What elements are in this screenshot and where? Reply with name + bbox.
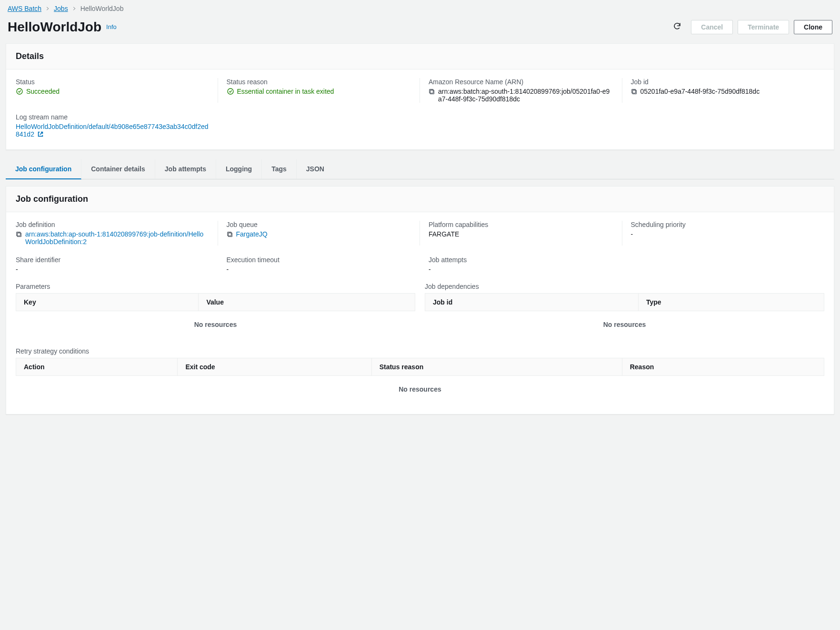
- logstream-label: Log stream name: [16, 113, 210, 121]
- jobid-label: Job id: [631, 78, 816, 86]
- info-link[interactable]: Info: [106, 23, 117, 30]
- retry-status-col: Status reason: [371, 358, 622, 376]
- logstream-link[interactable]: HelloWorldJobDefinition/default/4b908e65…: [16, 123, 209, 138]
- deps-type-col: Type: [638, 294, 824, 311]
- timeout-value: -: [227, 266, 412, 273]
- details-title: Details: [16, 51, 824, 61]
- tab-json[interactable]: JSON: [297, 159, 334, 179]
- external-link-icon: [37, 131, 44, 138]
- chevron-right-icon: [72, 5, 77, 12]
- timeout-label: Execution timeout: [227, 256, 412, 264]
- platform-value: FARGATE: [429, 230, 613, 238]
- retry-empty: No resources: [16, 376, 824, 403]
- breadcrumb: AWS Batch Jobs HelloWorldJob: [6, 0, 834, 15]
- jobconfig-title: Job configuration: [16, 194, 824, 204]
- breadcrumb-current: HelloWorldJob: [80, 5, 124, 12]
- jobconfig-panel: Job configuration Job definition arn:aws…: [6, 186, 834, 414]
- arn-label: Amazon Resource Name (ARN): [429, 78, 613, 86]
- details-panel: Details Status Succeeded Status reason E…: [6, 43, 834, 150]
- jobqueue-link[interactable]: FargateJQ: [236, 230, 268, 238]
- check-circle-icon: [227, 88, 234, 95]
- svg-point-1: [228, 89, 233, 94]
- params-value-col: Value: [199, 294, 415, 311]
- parameters-empty: No resources: [16, 311, 415, 338]
- retry-table: Action Exit code Status reason Reason: [16, 358, 824, 376]
- dependencies-label: Job dependencies: [425, 283, 824, 290]
- priority-label: Scheduling priority: [631, 221, 816, 228]
- tab-job-attempts[interactable]: Job attempts: [155, 159, 216, 179]
- retry-exit-col: Exit code: [178, 358, 371, 376]
- tab-job-configuration[interactable]: Job configuration: [6, 159, 81, 179]
- copy-icon[interactable]: [631, 89, 638, 95]
- breadcrumb-parent[interactable]: Jobs: [54, 5, 68, 12]
- retry-reason-col: Reason: [622, 358, 824, 376]
- platform-label: Platform capabilities: [429, 221, 613, 228]
- deps-jobid-col: Job id: [425, 294, 639, 311]
- page-header: HelloWorldJob Info Cancel Terminate Clon…: [6, 15, 834, 43]
- refresh-icon: [673, 22, 681, 30]
- chevron-right-icon: [45, 5, 50, 12]
- jobqueue-label: Job queue: [227, 221, 411, 228]
- svg-point-0: [17, 89, 22, 94]
- priority-value: -: [631, 230, 816, 238]
- tab-tags[interactable]: Tags: [262, 159, 297, 179]
- tab-logging[interactable]: Logging: [216, 159, 262, 179]
- params-key-col: Key: [16, 294, 199, 311]
- clone-button[interactable]: Clone: [794, 20, 832, 34]
- parameters-label: Parameters: [16, 283, 415, 290]
- jobid-value: 05201fa0-e9a7-448f-9f3c-75d90df818dc: [640, 88, 760, 95]
- retry-label: Retry strategy conditions: [16, 347, 824, 355]
- retry-action-col: Action: [16, 358, 178, 376]
- dependencies-empty: No resources: [425, 311, 824, 338]
- refresh-button[interactable]: [668, 19, 686, 35]
- parameters-table: Key Value: [16, 293, 415, 311]
- share-value: -: [16, 266, 210, 273]
- copy-icon[interactable]: [227, 231, 233, 238]
- attempts-label: Job attempts: [429, 256, 614, 264]
- tabs: Job configuration Container details Job …: [6, 159, 834, 179]
- copy-icon[interactable]: [429, 89, 435, 95]
- attempts-value: -: [429, 266, 614, 273]
- tab-container-details[interactable]: Container details: [81, 159, 155, 179]
- status-value: Succeeded: [16, 88, 60, 95]
- breadcrumb-root[interactable]: AWS Batch: [8, 5, 41, 12]
- check-circle-icon: [16, 88, 23, 95]
- status-reason-label: Status reason: [227, 78, 411, 86]
- arn-value: arn:aws:batch:ap-south-1:814020899769:jo…: [438, 88, 613, 103]
- cancel-button: Cancel: [691, 20, 733, 34]
- dependencies-table: Job id Type: [425, 293, 824, 311]
- copy-icon[interactable]: [16, 231, 22, 238]
- status-reason-value: Essential container in task exited: [227, 88, 334, 95]
- status-label: Status: [16, 78, 209, 86]
- share-label: Share identifier: [16, 256, 210, 264]
- terminate-button: Terminate: [738, 20, 789, 34]
- page-title: HelloWorldJob: [8, 20, 101, 35]
- jobdef-link[interactable]: arn:aws:batch:ap-south-1:814020899769:jo…: [25, 230, 209, 246]
- jobdef-label: Job definition: [16, 221, 209, 228]
